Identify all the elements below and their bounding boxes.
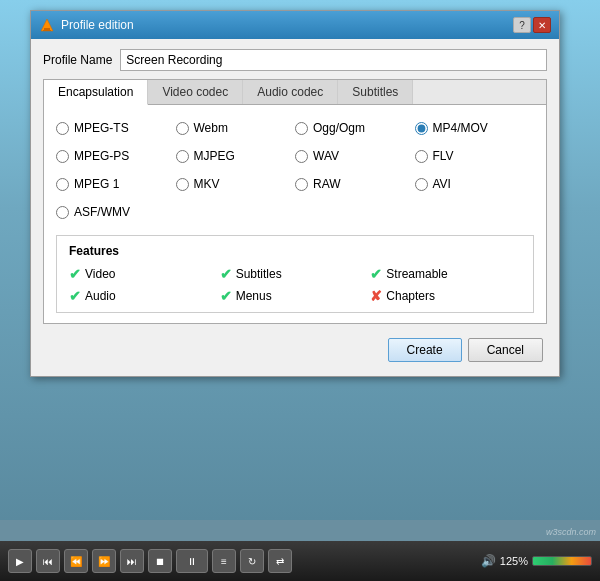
option-asf-wmv[interactable]: ASF/WMV bbox=[56, 205, 176, 219]
tab-subtitles[interactable]: Subtitles bbox=[338, 80, 413, 104]
forward-button[interactable]: ⏩ bbox=[92, 549, 116, 573]
feature-subtitles: ✔ Subtitles bbox=[220, 266, 371, 282]
cancel-button[interactable]: Cancel bbox=[468, 338, 543, 362]
option-ogg-ogm[interactable]: Ogg/Ogm bbox=[295, 121, 415, 135]
check-icon-subtitles: ✔ bbox=[220, 266, 232, 282]
taskbar: ▶ ⏮ ⏪ ⏩ ⏭ ⏹ ⏸ ≡ ↻ ⇄ 🔊 125% bbox=[0, 541, 600, 581]
watermark: w3scdn.com bbox=[546, 527, 596, 537]
profile-name-row: Profile Name bbox=[43, 49, 547, 71]
svg-rect-2 bbox=[43, 30, 51, 31]
title-bar: Profile edition ? ✕ bbox=[31, 11, 559, 39]
option-raw[interactable]: RAW bbox=[295, 177, 415, 191]
feature-video: ✔ Video bbox=[69, 266, 220, 282]
option-avi[interactable]: AVI bbox=[415, 177, 535, 191]
help-button[interactable]: ? bbox=[513, 17, 531, 33]
option-mpeg-ps[interactable]: MPEG-PS bbox=[56, 149, 176, 163]
feature-chapters: ✘ Chapters bbox=[370, 288, 521, 304]
prev-button[interactable]: ⏮ bbox=[36, 549, 60, 573]
volume-label: 125% bbox=[500, 555, 528, 567]
play-button[interactable]: ▶ bbox=[8, 549, 32, 573]
option-mjpeg[interactable]: MJPEG bbox=[176, 149, 296, 163]
option-wav[interactable]: WAV bbox=[295, 149, 415, 163]
option-webm[interactable]: Webm bbox=[176, 121, 296, 135]
button-row: Create Cancel bbox=[43, 332, 547, 366]
profile-name-label: Profile Name bbox=[43, 53, 112, 67]
next-button[interactable]: ⏭ bbox=[120, 549, 144, 573]
window-controls: ? ✕ bbox=[513, 17, 551, 33]
vlc-icon bbox=[39, 17, 55, 33]
check-icon-audio: ✔ bbox=[69, 288, 81, 304]
window-title: Profile edition bbox=[61, 18, 134, 32]
speaker-icon: 🔊 bbox=[481, 554, 496, 568]
pause-button[interactable]: ⏸ bbox=[176, 549, 208, 573]
features-section: Features ✔ Video ✔ Subtitles ✔ bbox=[56, 235, 534, 313]
option-mpeg1[interactable]: MPEG 1 bbox=[56, 177, 176, 191]
create-button[interactable]: Create bbox=[388, 338, 462, 362]
features-title: Features bbox=[69, 244, 521, 258]
cross-icon-chapters: ✘ bbox=[370, 288, 382, 304]
playlist-button[interactable]: ≡ bbox=[212, 549, 236, 573]
tab-encapsulation-content: MPEG-TS Webm Ogg/Ogm MP4/MOV bbox=[44, 105, 546, 323]
option-flv[interactable]: FLV bbox=[415, 149, 535, 163]
feature-audio: ✔ Audio bbox=[69, 288, 220, 304]
back-button[interactable]: ⏪ bbox=[64, 549, 88, 573]
check-icon-menus: ✔ bbox=[220, 288, 232, 304]
check-icon-video: ✔ bbox=[69, 266, 81, 282]
option-mpeg-ts[interactable]: MPEG-TS bbox=[56, 121, 176, 135]
tab-bar: Encapsulation Video codec Audio codec Su… bbox=[44, 80, 546, 105]
tab-video-codec[interactable]: Video codec bbox=[148, 80, 243, 104]
features-grid: ✔ Video ✔ Subtitles ✔ Streamable bbox=[69, 266, 521, 304]
option-mkv[interactable]: MKV bbox=[176, 177, 296, 191]
check-icon-streamable: ✔ bbox=[370, 266, 382, 282]
volume-bar[interactable] bbox=[532, 556, 592, 566]
tab-encapsulation[interactable]: Encapsulation bbox=[44, 80, 148, 105]
tabs-container: Encapsulation Video codec Audio codec Su… bbox=[43, 79, 547, 324]
feature-menus: ✔ Menus bbox=[220, 288, 371, 304]
option-mp4-mov[interactable]: MP4/MOV bbox=[415, 121, 535, 135]
volume-area: 🔊 125% bbox=[481, 554, 592, 568]
feature-streamable: ✔ Streamable bbox=[370, 266, 521, 282]
repeat-button[interactable]: ↻ bbox=[240, 549, 264, 573]
encapsulation-options: MPEG-TS Webm Ogg/Ogm MP4/MOV bbox=[56, 121, 534, 219]
profile-name-input[interactable] bbox=[120, 49, 547, 71]
tab-audio-codec[interactable]: Audio codec bbox=[243, 80, 338, 104]
shuffle-button[interactable]: ⇄ bbox=[268, 549, 292, 573]
close-button[interactable]: ✕ bbox=[533, 17, 551, 33]
svg-rect-1 bbox=[44, 28, 50, 30]
stop-button[interactable]: ⏹ bbox=[148, 549, 172, 573]
